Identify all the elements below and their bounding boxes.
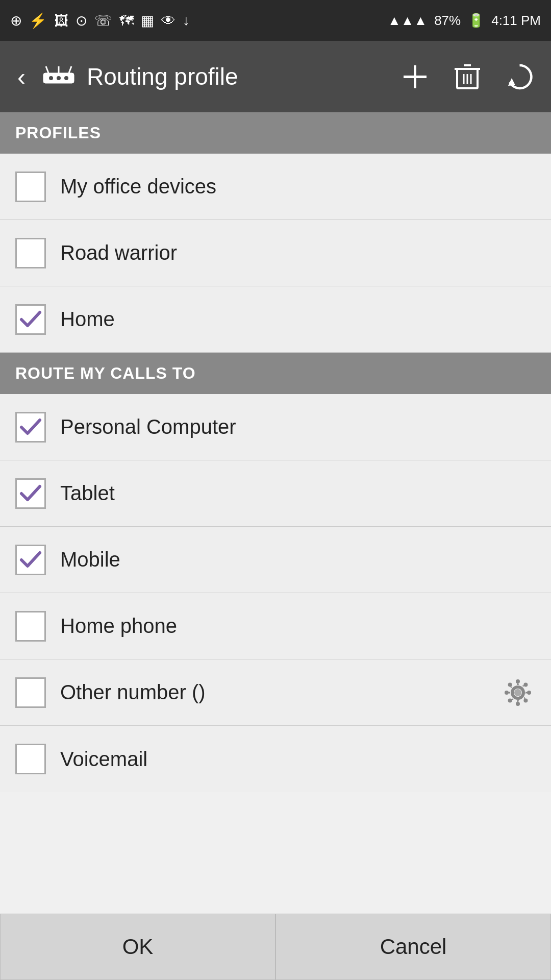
label-my-office-devices: My office devices — [60, 175, 536, 198]
route-calls-section-header: ROUTE MY CALLS TO — [0, 353, 551, 394]
svg-marker-15 — [508, 78, 515, 86]
checkbox-home-phone[interactable] — [15, 611, 46, 642]
checkbox-other-number[interactable] — [15, 677, 46, 708]
checkbox-mobile[interactable] — [15, 545, 46, 575]
status-bar-right: ▲▲▲ 87% 🔋 4:11 PM — [388, 13, 541, 29]
label-voicemail: Voicemail — [60, 748, 536, 771]
phone-icon: ☏ — [94, 12, 112, 29]
list-item-mobile[interactable]: Mobile — [0, 527, 551, 593]
list-item-home-phone[interactable]: Home phone — [0, 593, 551, 659]
map-icon: 🗺 — [119, 12, 134, 29]
checkmark-tablet — [18, 481, 43, 506]
svg-point-22 — [514, 689, 521, 696]
sim-icon: ▦ — [141, 12, 154, 29]
svg-point-30 — [508, 698, 512, 702]
page-title: Routing profile — [87, 63, 386, 90]
svg-line-6 — [69, 66, 71, 73]
bottom-buttons: OK Cancel — [0, 914, 551, 980]
label-home-phone: Home phone — [60, 615, 536, 638]
other-number-settings-button[interactable] — [500, 675, 536, 710]
svg-point-2 — [57, 76, 61, 80]
image-icon: 🖼 — [54, 12, 68, 29]
battery-icon: 🔋 — [468, 13, 484, 29]
usb-icon: ⚡ — [29, 12, 47, 29]
app-bar-actions — [396, 58, 539, 96]
add-icon: ⊕ — [10, 12, 22, 29]
gear-icon — [503, 677, 533, 708]
label-road-warrior: Road warrior — [60, 241, 536, 264]
label-mobile: Mobile — [60, 548, 536, 571]
svg-point-25 — [505, 691, 509, 695]
cancel-button[interactable]: Cancel — [276, 914, 551, 980]
label-other-number: Other number () — [60, 681, 500, 704]
svg-point-27 — [508, 682, 512, 687]
signal-icon: ▲▲▲ — [388, 13, 427, 29]
list-item-road-warrior[interactable]: Road warrior — [0, 220, 551, 286]
svg-point-3 — [64, 76, 68, 80]
checkbox-home[interactable] — [15, 304, 46, 335]
delete-button[interactable] — [449, 58, 485, 96]
refresh-icon — [506, 63, 534, 91]
label-personal-computer: Personal Computer — [60, 415, 536, 438]
ok-button[interactable]: OK — [0, 914, 276, 980]
checkbox-road-warrior[interactable] — [15, 238, 46, 268]
status-bar-left: ⊕ ⚡ 🖼 ⊙ ☏ 🗺 ▦ 👁 ↓ — [10, 12, 190, 29]
svg-point-28 — [523, 698, 528, 702]
svg-point-23 — [516, 679, 520, 683]
checkmark-mobile — [18, 547, 43, 573]
eye-icon: 👁 — [161, 12, 176, 29]
time-display: 4:11 PM — [491, 13, 541, 29]
svg-point-26 — [527, 691, 531, 695]
list-item-personal-computer[interactable]: Personal Computer — [0, 394, 551, 460]
profiles-section-header: PROFILES — [0, 112, 551, 154]
svg-point-24 — [516, 702, 520, 706]
svg-point-29 — [523, 682, 528, 687]
battery-percent: 87% — [434, 13, 461, 29]
app-bar: ‹ Routing profile — [0, 41, 551, 112]
router-icon-container — [41, 64, 77, 89]
svg-point-1 — [49, 76, 53, 80]
svg-line-4 — [46, 66, 48, 73]
list-item-tablet[interactable]: Tablet — [0, 460, 551, 527]
checkbox-voicemail[interactable] — [15, 744, 46, 774]
label-home: Home — [60, 308, 536, 331]
checkbox-personal-computer[interactable] — [15, 412, 46, 443]
content-area: PROFILES My office devices Road warrior … — [0, 112, 551, 914]
list-item-home[interactable]: Home — [0, 286, 551, 353]
voicemail-icon: ⊙ — [76, 12, 87, 29]
list-item-voicemail[interactable]: Voicemail — [0, 726, 551, 792]
plus-icon — [401, 63, 429, 91]
label-tablet: Tablet — [60, 482, 536, 505]
trash-icon — [455, 63, 480, 91]
checkbox-my-office-devices[interactable] — [15, 172, 46, 202]
checkmark-personal-computer — [18, 414, 43, 440]
status-bar: ⊕ ⚡ 🖼 ⊙ ☏ 🗺 ▦ 👁 ↓ ▲▲▲ 87% 🔋 4:11 PM — [0, 0, 551, 41]
download-icon: ↓ — [183, 12, 190, 29]
back-button[interactable]: ‹ — [12, 58, 31, 96]
refresh-button[interactable] — [500, 58, 539, 96]
router-icon — [41, 64, 77, 89]
checkmark-home — [18, 307, 43, 332]
list-item-other-number[interactable]: Other number () — [0, 659, 551, 726]
add-button[interactable] — [396, 58, 434, 96]
checkbox-tablet[interactable] — [15, 478, 46, 509]
list-item-my-office-devices[interactable]: My office devices — [0, 154, 551, 220]
